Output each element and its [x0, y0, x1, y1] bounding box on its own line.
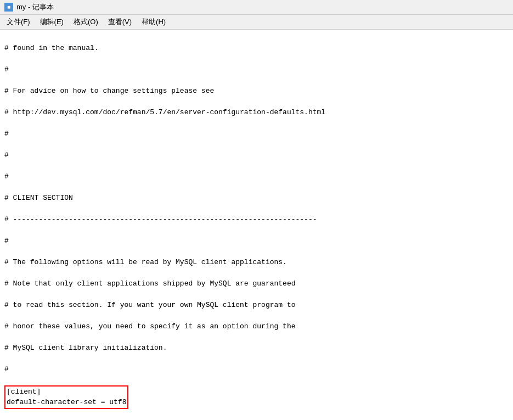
line-13: # to read this section. If you want your… — [4, 300, 509, 311]
text-content-area[interactable]: # found in the manual. # # For advice on… — [0, 30, 513, 420]
menu-view[interactable]: 查看(V) — [104, 16, 136, 28]
line-11: # The following options will be read by … — [4, 257, 509, 268]
app-icon: ■ — [4, 3, 13, 12]
menu-file[interactable]: 文件(F) — [2, 16, 35, 28]
menu-format[interactable]: 格式(O) — [69, 16, 103, 28]
line-12: # Note that only client applications shi… — [4, 278, 509, 289]
menu-help[interactable]: 帮助(H) — [137, 16, 170, 28]
line-15: # MySQL client library initialization. — [4, 343, 509, 354]
menu-edit[interactable]: 编辑(E) — [36, 16, 68, 28]
window-title: my - 记事本 — [16, 2, 54, 12]
line-1: # found in the manual. — [4, 43, 509, 54]
title-bar: ■ my - 记事本 — [0, 0, 513, 15]
line-5: # — [4, 128, 509, 139]
line-17-client-highlight: [client]default-character-set = utf8 — [4, 385, 509, 409]
line-8: # CLIENT SECTION — [4, 193, 509, 204]
line-16: # — [4, 364, 509, 375]
menu-bar: 文件(F) 编辑(E) 格式(O) 查看(V) 帮助(H) — [0, 15, 513, 30]
line-2: # — [4, 64, 509, 75]
line-3: # For advice on how to change settings p… — [4, 86, 509, 97]
line-10: # — [4, 236, 509, 247]
line-6: # — [4, 150, 509, 161]
line-14: # honor these values, you need to specif… — [4, 321, 509, 332]
line-4: # http://dev.mysql.com/doc/refman/5.7/en… — [4, 107, 509, 118]
code-content: # found in the manual. # # For advice on… — [4, 32, 509, 420]
line-9: # --------------------------------------… — [4, 214, 509, 225]
line-7: # — [4, 171, 509, 182]
